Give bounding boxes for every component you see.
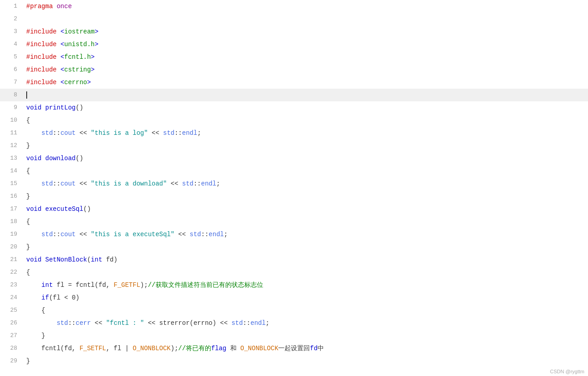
code-line: 23 int fl = fcntl(fd, F_GETFL);//获取文件描述符… xyxy=(0,279,588,291)
token-str: "this is a executeSql" xyxy=(91,231,175,238)
line-content: } xyxy=(23,329,588,342)
token-normal: ( xyxy=(87,256,90,263)
code-line: 25 { xyxy=(0,304,588,317)
token-normal: () xyxy=(76,104,83,111)
line-number: 22 xyxy=(0,266,23,279)
token-normal: :: xyxy=(175,129,182,137)
token-normal xyxy=(57,66,60,73)
token-normal: { xyxy=(26,117,30,124)
line-content: #include <fcntl.h> xyxy=(23,51,588,63)
line-number: 6 xyxy=(0,63,23,76)
token-normal: << xyxy=(76,231,91,238)
token-special: F_GETFL xyxy=(114,281,140,289)
token-normal xyxy=(26,180,42,187)
token-std-ns: cerr xyxy=(76,319,91,327)
line-content: std::cout << "this is a download" << std… xyxy=(23,177,588,190)
token-std-ns: cout xyxy=(61,129,76,137)
token-fn: download xyxy=(45,155,76,162)
token-std-ns: cout xyxy=(61,231,76,238)
token-normal: ); xyxy=(140,281,148,289)
line-content: #include <cerrno> xyxy=(23,76,588,89)
line-number: 25 xyxy=(0,304,23,317)
token-normal: << xyxy=(76,129,91,137)
code-line: 13void download() xyxy=(0,152,588,165)
line-number: 5 xyxy=(0,51,23,63)
token-normal: } xyxy=(26,193,30,200)
token-std-ns: std xyxy=(42,180,53,187)
line-content: { xyxy=(23,266,588,279)
token-normal: , fl | xyxy=(106,345,133,352)
token-pp: #pragma xyxy=(26,3,53,10)
token-normal xyxy=(26,281,42,289)
line-content: std::cout << "this is a executeSql" << s… xyxy=(23,228,588,241)
line-content: std::cout << "this is a log" << std::end… xyxy=(23,127,588,139)
line-number: 18 xyxy=(0,215,23,228)
token-normal xyxy=(57,53,60,61)
token-include-bracket: < xyxy=(61,28,64,35)
line-number: 21 xyxy=(0,253,23,266)
token-normal xyxy=(42,104,45,111)
token-normal: } xyxy=(26,243,30,251)
token-kw: void xyxy=(26,155,42,162)
line-number: 11 xyxy=(0,127,23,139)
line-content: void SetNonBlock(int fd) xyxy=(23,253,588,266)
line-content: void executeSql() xyxy=(23,203,588,215)
code-line: 12} xyxy=(0,139,588,152)
token-normal: ; xyxy=(266,319,269,327)
code-line: 4#include <unistd.h> xyxy=(0,38,588,51)
token-include-bracket: > xyxy=(95,28,98,35)
line-content: std::cerr << "fcntl : " << strerror(errn… xyxy=(23,317,588,329)
token-include-bracket: < xyxy=(61,79,64,86)
token-normal xyxy=(57,41,60,48)
code-line: 9void printLog() xyxy=(0,101,588,114)
line-number: 26 xyxy=(0,317,23,329)
token-normal xyxy=(57,28,60,35)
line-number: 23 xyxy=(0,279,23,291)
line-content: } xyxy=(23,241,588,253)
line-content xyxy=(23,89,588,101)
token-normal xyxy=(42,256,45,263)
token-include-file: unistd.h xyxy=(64,41,95,48)
code-line: 18{ xyxy=(0,215,588,228)
token-normal: << xyxy=(76,180,91,187)
line-content: { xyxy=(23,215,588,228)
token-fn: printLog xyxy=(45,104,76,111)
token-normal xyxy=(26,231,42,238)
token-normal: { xyxy=(26,307,45,314)
token-normal: << strerror(errno) << xyxy=(144,319,231,327)
code-lines-container: 1#pragma once23#include <iostream>4#incl… xyxy=(0,0,588,367)
line-content: { xyxy=(23,304,588,317)
token-std-ns: std xyxy=(163,129,175,137)
token-include-bracket: < xyxy=(61,53,64,61)
token-std-ns: endl xyxy=(251,319,266,327)
line-number: 19 xyxy=(0,228,23,241)
token-str: "fcntl : " xyxy=(106,319,144,327)
token-kw: if xyxy=(42,294,49,301)
code-line: 16} xyxy=(0,190,588,203)
token-normal xyxy=(26,129,42,137)
token-normal: << xyxy=(175,231,190,238)
line-content: void download() xyxy=(23,152,588,165)
line-content: { xyxy=(23,114,588,127)
token-include-bracket: < xyxy=(61,66,64,73)
token-normal: } xyxy=(26,357,30,365)
token-std-ns: endl xyxy=(209,231,224,238)
line-number: 14 xyxy=(0,165,23,177)
token-kw: void xyxy=(26,256,42,263)
token-normal: << xyxy=(91,319,106,327)
line-number: 15 xyxy=(0,177,23,190)
token-include-bracket: < xyxy=(61,41,64,48)
token-normal: fd) xyxy=(102,256,118,263)
token-normal: 和 xyxy=(227,345,241,352)
token-kw: int xyxy=(42,281,53,289)
token-normal xyxy=(26,319,57,327)
line-content: } xyxy=(23,355,588,367)
token-special: O_NONBLOCK xyxy=(133,345,171,352)
code-line: 2 xyxy=(0,13,588,25)
token-normal: { xyxy=(26,167,30,175)
token-std-ns: std xyxy=(190,231,201,238)
token-std-ns: std xyxy=(42,129,53,137)
token-fn: executeSql xyxy=(45,205,83,213)
token-normal: ; xyxy=(197,129,201,137)
code-line: 27 } xyxy=(0,329,588,342)
